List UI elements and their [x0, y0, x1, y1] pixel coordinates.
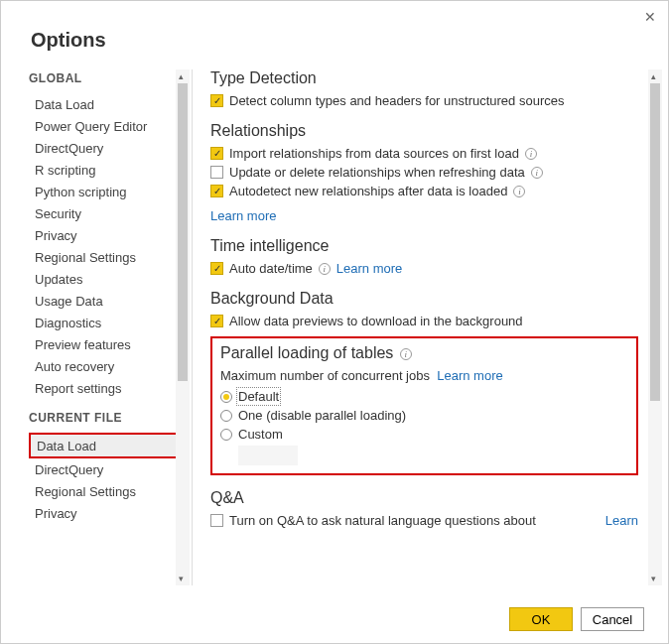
heading-background: Background Data — [210, 290, 638, 308]
heading-type-detection: Type Detection — [210, 69, 638, 87]
dialog-footer: OK Cancel — [509, 607, 644, 631]
heading-qa: Q&A — [210, 489, 638, 507]
link-parallel-learn-more[interactable]: Learn more — [437, 368, 502, 383]
info-icon[interactable] — [319, 263, 331, 275]
sidebar-item-power-query-editor[interactable]: Power Query Editor — [29, 115, 186, 137]
checkbox-import-rel[interactable] — [210, 147, 223, 160]
radio-parallel-one[interactable] — [220, 410, 232, 422]
sidebar-item-diagnostics[interactable]: Diagnostics — [29, 312, 186, 333]
label-detect-types: Detect column types and headers for unst… — [229, 93, 564, 108]
info-icon[interactable] — [531, 167, 543, 179]
label-parallel-custom: Custom — [238, 427, 283, 442]
sidebar-item-auto-recovery[interactable]: Auto recovery — [29, 355, 186, 377]
sidebar-item-global-data-load[interactable]: Data Load — [29, 93, 186, 115]
info-icon[interactable] — [513, 186, 525, 197]
sidebar-item-cf-directquery[interactable]: DirectQuery — [29, 458, 186, 480]
main-scroll-thumb[interactable] — [650, 83, 660, 401]
label-import-rel: Import relationships from data sources o… — [229, 146, 519, 161]
radio-parallel-default[interactable] — [220, 391, 232, 403]
checkbox-detect-types[interactable] — [210, 94, 223, 107]
scroll-down-icon[interactable]: ▾ — [179, 574, 184, 583]
sidebar-item-updates[interactable]: Updates — [29, 268, 186, 290]
link-rel-learn-more[interactable]: Learn more — [210, 208, 276, 223]
info-icon[interactable] — [400, 348, 412, 360]
heading-parallel-text: Parallel loading of tables — [220, 344, 393, 361]
dialog-title: Options — [1, 1, 668, 69]
info-icon[interactable] — [525, 148, 537, 160]
label-update-rel: Update or delete relationships when refr… — [229, 165, 525, 180]
checkbox-auto-date[interactable] — [210, 262, 223, 275]
sidebar-item-security[interactable]: Security — [29, 202, 186, 224]
heading-time-intel: Time intelligence — [210, 237, 638, 255]
radio-parallel-custom[interactable] — [220, 429, 232, 441]
sidebar-header-current-file: CURRENT FILE — [29, 411, 186, 425]
checkbox-autodetect-rel[interactable] — [210, 185, 223, 197]
cancel-button[interactable]: Cancel — [581, 607, 644, 631]
close-icon[interactable]: ✕ — [644, 9, 656, 25]
sidebar-item-report-settings[interactable]: Report settings — [29, 377, 186, 399]
checkbox-background[interactable] — [210, 315, 223, 327]
label-background: Allow data previews to download in the b… — [229, 314, 523, 328]
label-max-jobs: Maximum number of concurrent jobs — [220, 368, 430, 383]
scroll-down-icon[interactable]: ▾ — [651, 574, 656, 583]
sidebar-scroll-thumb[interactable] — [178, 83, 188, 381]
main-panel: Type Detection Detect column types and h… — [193, 69, 668, 585]
sidebar-header-global: GLOBAL — [29, 71, 186, 85]
sidebar-item-cf-regional-settings[interactable]: Regional Settings — [29, 480, 186, 502]
label-auto-date: Auto date/time — [229, 261, 313, 276]
sidebar-item-cf-privacy[interactable]: Privacy — [29, 502, 186, 524]
link-time-learn-more[interactable]: Learn more — [336, 261, 402, 276]
label-autodetect-rel: Autodetect new relationships after data … — [229, 184, 507, 198]
sidebar-item-preview-features[interactable]: Preview features — [29, 333, 186, 355]
sidebar-item-python-scripting[interactable]: Python scripting — [29, 181, 186, 202]
parallel-loading-section: Parallel loading of tables Maximum numbe… — [210, 336, 638, 475]
sidebar: GLOBAL Data Load Power Query Editor Dire… — [19, 69, 193, 585]
link-qa-learn[interactable]: Learn — [605, 513, 638, 528]
sidebar-scrollbar[interactable]: ▴ ▾ — [176, 69, 190, 585]
scroll-up-icon[interactable]: ▴ — [179, 71, 184, 81]
label-parallel-default: Default — [238, 389, 279, 404]
sidebar-item-regional-settings[interactable]: Regional Settings — [29, 246, 186, 268]
sidebar-item-cf-data-load[interactable]: Data Load — [29, 433, 186, 458]
heading-parallel: Parallel loading of tables — [220, 344, 628, 362]
heading-relationships: Relationships — [210, 122, 638, 140]
sidebar-item-privacy[interactable]: Privacy — [29, 224, 186, 246]
checkbox-qa[interactable] — [210, 514, 223, 527]
label-qa: Turn on Q&A to ask natural language ques… — [229, 513, 536, 528]
checkbox-update-rel[interactable] — [210, 166, 223, 179]
scroll-up-icon[interactable]: ▴ — [651, 71, 656, 81]
ok-button[interactable]: OK — [509, 607, 573, 631]
sidebar-item-directquery[interactable]: DirectQuery — [29, 137, 186, 159]
main-scrollbar[interactable]: ▴ ▾ — [648, 69, 662, 585]
label-parallel-one: One (disable parallel loading) — [238, 408, 406, 423]
sidebar-item-r-scripting[interactable]: R scripting — [29, 159, 186, 181]
custom-jobs-input[interactable] — [238, 446, 298, 465]
sidebar-item-usage-data[interactable]: Usage Data — [29, 290, 186, 312]
